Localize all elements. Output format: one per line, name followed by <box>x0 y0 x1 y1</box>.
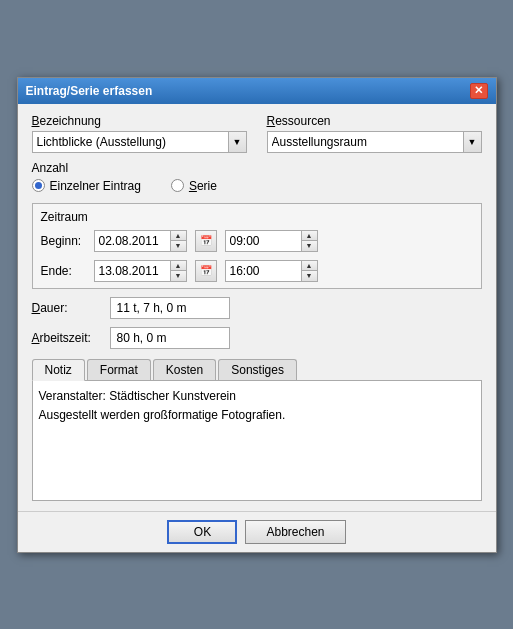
ende-time-down-btn[interactable]: ▼ <box>302 271 317 281</box>
tab-kosten[interactable]: Kosten <box>153 359 216 380</box>
ende-date-spinbox-btns: ▲ ▼ <box>170 261 186 281</box>
tab-text-line2: Ausgestellt werden großformatige Fotogra… <box>39 406 475 425</box>
tab-content-notiz: Veranstalter: Städtischer Kunstverein Au… <box>32 381 482 501</box>
arbeitszeit-row: Arbeitszeit: 80 h, 0 m <box>32 327 482 349</box>
dauer-value: 11 t, 7 h, 0 m <box>110 297 230 319</box>
ende-time-spinbox-btns: ▲ ▼ <box>301 261 317 281</box>
dauer-label: Dauer: <box>32 301 102 315</box>
bezeichnung-input[interactable] <box>33 133 228 151</box>
ende-time-spinbox[interactable]: ▲ ▼ <box>225 260 318 282</box>
title-bar: Eintrag/Serie erfassen ✕ <box>18 78 496 104</box>
bezeichnung-group: Bezeichnung ▼ <box>32 114 247 153</box>
ende-cal-btn[interactable]: 📅 <box>195 260 217 282</box>
anzahl-label: Anzahl <box>32 161 482 175</box>
radio-serie-circle[interactable] <box>171 179 184 192</box>
radio-einzelner[interactable]: Einzelner Eintrag <box>32 179 141 193</box>
beginn-time-input[interactable] <box>226 231 301 251</box>
radio-einzelner-label: Einzelner Eintrag <box>50 179 141 193</box>
dialog-body: Bezeichnung ▼ Ressourcen ▼ Anzahl <box>18 104 496 511</box>
beginn-date-input[interactable] <box>95 231 170 251</box>
zeitraum-label: Zeitraum <box>41 210 473 224</box>
beginn-date-up-btn[interactable]: ▲ <box>171 231 186 242</box>
ende-time-up-btn[interactable]: ▲ <box>302 261 317 272</box>
beginn-row: Beginn: ▲ ▼ 📅 ▲ ▼ <box>41 230 473 252</box>
ende-label: Ende: <box>41 264 86 278</box>
cancel-button[interactable]: Abbrechen <box>245 520 345 544</box>
ressourcen-dropdown-btn[interactable]: ▼ <box>463 132 481 152</box>
tab-notiz[interactable]: Notiz <box>32 359 85 381</box>
tabs-area: Notiz Format Kosten Sonstiges Veranstalt… <box>32 357 482 501</box>
bezeichnung-dropdown-btn[interactable]: ▼ <box>228 132 246 152</box>
anzahl-section: Anzahl Einzelner Eintrag Serie <box>32 161 482 195</box>
beginn-date-spinbox-btns: ▲ ▼ <box>170 231 186 251</box>
ressourcen-label: Ressourcen <box>267 114 482 128</box>
ende-time-input[interactable] <box>226 261 301 281</box>
dauer-row: Dauer: 11 t, 7 h, 0 m <box>32 297 482 319</box>
beginn-time-down-btn[interactable]: ▼ <box>302 241 317 251</box>
tab-text-line1: Veranstalter: Städtischer Kunstverein <box>39 387 475 406</box>
beginn-label: Beginn: <box>41 234 86 248</box>
radio-serie-label: Serie <box>189 179 217 193</box>
bezeichnung-combo[interactable]: ▼ <box>32 131 247 153</box>
dialog-window: Eintrag/Serie erfassen ✕ Bezeichnung ▼ R… <box>17 77 497 553</box>
bezeichnung-label: Bezeichnung <box>32 114 247 128</box>
ende-date-input[interactable] <box>95 261 170 281</box>
beginn-cal-btn[interactable]: 📅 <box>195 230 217 252</box>
anzahl-radio-group: Einzelner Eintrag Serie <box>32 177 482 195</box>
tab-format[interactable]: Format <box>87 359 151 380</box>
ende-date-down-btn[interactable]: ▼ <box>171 271 186 281</box>
close-button[interactable]: ✕ <box>470 83 488 99</box>
dialog-title: Eintrag/Serie erfassen <box>26 84 153 98</box>
ende-row: Ende: ▲ ▼ 📅 ▲ ▼ <box>41 260 473 282</box>
dialog-footer: OK Abbrechen <box>18 511 496 552</box>
ok-button[interactable]: OK <box>167 520 237 544</box>
tab-header: Notiz Format Kosten Sonstiges <box>32 357 482 381</box>
beginn-time-spinbox-btns: ▲ ▼ <box>301 231 317 251</box>
ressourcen-input[interactable] <box>268 133 463 151</box>
beginn-date-spinbox[interactable]: ▲ ▼ <box>94 230 187 252</box>
beginn-time-spinbox[interactable]: ▲ ▼ <box>225 230 318 252</box>
beginn-date-down-btn[interactable]: ▼ <box>171 241 186 251</box>
ressourcen-combo[interactable]: ▼ <box>267 131 482 153</box>
bezeichnung-ressourcen-row: Bezeichnung ▼ Ressourcen ▼ <box>32 114 482 153</box>
tab-sonstiges[interactable]: Sonstiges <box>218 359 297 380</box>
zeitraum-section: Zeitraum Beginn: ▲ ▼ 📅 ▲ ▼ <box>32 203 482 289</box>
ende-date-spinbox[interactable]: ▲ ▼ <box>94 260 187 282</box>
radio-serie[interactable]: Serie <box>171 179 217 193</box>
ende-date-up-btn[interactable]: ▲ <box>171 261 186 272</box>
radio-einzelner-circle[interactable] <box>32 179 45 192</box>
arbeitszeit-value: 80 h, 0 m <box>110 327 230 349</box>
ressourcen-group: Ressourcen ▼ <box>267 114 482 153</box>
arbeitszeit-label: Arbeitszeit: <box>32 331 102 345</box>
beginn-time-up-btn[interactable]: ▲ <box>302 231 317 242</box>
